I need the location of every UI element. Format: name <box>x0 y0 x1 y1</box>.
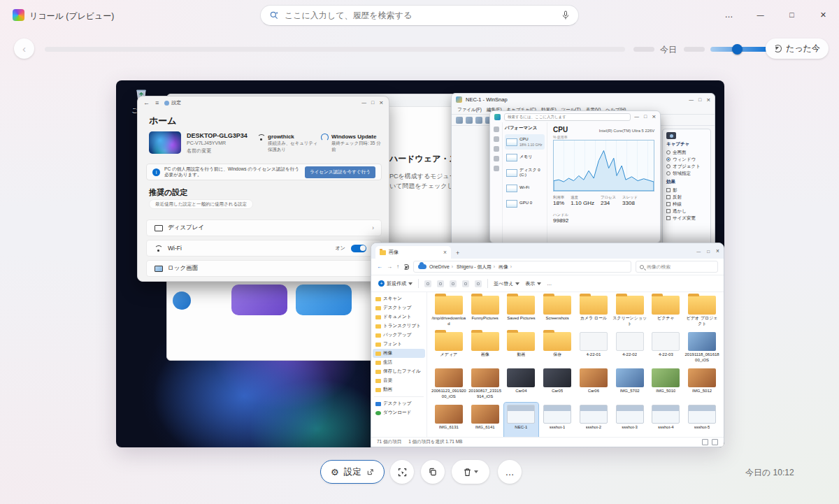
performance-icon[interactable] <box>494 136 499 142</box>
close-icon[interactable] <box>716 247 719 254</box>
more-icon[interactable] <box>547 281 552 286</box>
performance-entry[interactable]: ディスク 0 (C:) <box>505 165 545 180</box>
back-icon[interactable] <box>377 264 382 270</box>
network-status-block[interactable]: growthick 接続済み、セキュリティ保護あり <box>257 134 318 152</box>
effect-option[interactable]: 透かし <box>666 208 707 215</box>
users-icon[interactable] <box>494 166 499 171</box>
scan-tile-purple[interactable] <box>231 285 287 315</box>
nav-tree-item[interactable]: 音楽 <box>373 376 425 385</box>
close-tab-icon[interactable] <box>443 249 447 256</box>
more-options-button[interactable] <box>713 0 745 29</box>
close-icon[interactable] <box>706 96 710 103</box>
breadcrumb-segment[interactable]: Shigeru - 個人用 <box>457 264 497 271</box>
nav-tree-item[interactable]: 画像 <box>373 349 425 358</box>
explorer-search-box[interactable]: 画像の検索 <box>636 261 718 273</box>
settings-row[interactable]: ディスプレイ <box>146 219 382 236</box>
nav-tree-item[interactable]: ドキュメント <box>373 312 425 322</box>
file-item[interactable]: Screenshots <box>540 294 575 330</box>
startup-icon[interactable] <box>494 156 499 161</box>
file-item[interactable]: 4-22-03 <box>649 330 684 366</box>
nav-tree-item[interactable]: 動画 <box>373 385 425 394</box>
copy-button[interactable] <box>421 460 445 484</box>
rename-device-link[interactable]: 名前の変更 <box>187 147 211 154</box>
capture-option[interactable]: ウィンドウ <box>666 156 707 163</box>
toolbar-icon[interactable] <box>475 117 482 124</box>
file-item[interactable]: ビデオ プロジェクト <box>684 294 719 330</box>
new-button[interactable]: 新規作成 <box>378 280 413 287</box>
delete-icon[interactable] <box>475 280 482 287</box>
close-icon[interactable] <box>652 113 656 120</box>
file-item[interactable]: ssshot-2 <box>576 403 611 437</box>
minimize-icon[interactable] <box>696 249 701 254</box>
back-icon[interactable] <box>143 99 150 106</box>
file-item[interactable]: 20190817_23315914_iOS <box>468 366 503 403</box>
timeline-segment[interactable] <box>684 47 705 52</box>
capture-option[interactable]: オブジェクト <box>666 163 707 170</box>
file-item[interactable]: IMG_5010 <box>649 366 684 403</box>
file-item[interactable]: 4-22-01 <box>576 330 611 366</box>
capture-option[interactable]: 全画面 <box>666 149 707 156</box>
explorer-tab[interactable]: 画像 <box>375 246 451 259</box>
nav-tree-item[interactable]: ダウンロード <box>373 408 425 417</box>
file-item[interactable]: ssshot-1 <box>540 403 575 437</box>
nav-tree-item[interactable]: バックアップ <box>373 331 425 340</box>
nav-tree-item[interactable]: 保存したファイル <box>373 367 425 376</box>
nav-tree-item[interactable]: フォント <box>373 340 425 349</box>
menu-item[interactable]: ファイル(F) <box>457 107 482 113</box>
copy-icon[interactable] <box>437 280 444 287</box>
cut-icon[interactable] <box>424 280 431 287</box>
file-item[interactable]: ピクチャ <box>649 294 684 330</box>
processes-icon[interactable] <box>494 127 499 132</box>
up-icon[interactable] <box>396 264 399 270</box>
recall-settings-button[interactable]: ⚙ 設定 <box>320 460 385 484</box>
file-item[interactable]: FunnyPictures <box>468 294 503 330</box>
recall-snapshot[interactable]: ごみ箱 ハードウェア・スキャン PCを構成するモジュールについて問題をチェックし… <box>116 80 724 447</box>
maximize-button[interactable] <box>776 0 808 29</box>
file-item[interactable]: メディア <box>431 330 466 366</box>
file-item[interactable]: 20191118_06161800_iOS <box>684 330 719 366</box>
thumbnail-view-icon[interactable] <box>712 439 718 445</box>
file-item[interactable]: IMG_5702 <box>612 366 647 403</box>
nav-tree-item[interactable]: トランスクリプト <box>373 322 425 331</box>
sort-button[interactable]: 並べ替え <box>494 280 519 287</box>
effect-option[interactable]: 反射 <box>666 194 707 201</box>
maximize-icon[interactable] <box>698 97 701 103</box>
close-icon[interactable] <box>379 99 383 106</box>
file-item[interactable]: ssshot-4 <box>649 403 684 437</box>
capture-option[interactable]: 領域指定 <box>666 170 707 177</box>
scan-category-icon[interactable] <box>173 291 191 310</box>
file-item[interactable]: 画像 <box>468 330 503 366</box>
minimize-icon[interactable] <box>689 97 694 103</box>
file-item[interactable]: Car04 <box>504 366 539 403</box>
jump-to-now-button[interactable]: たった今 <box>766 38 829 59</box>
minimize-icon[interactable] <box>634 114 639 120</box>
nav-tree-item[interactable]: 生活 <box>373 358 425 367</box>
more-actions-button[interactable] <box>498 460 522 484</box>
minimize-icon[interactable] <box>361 100 366 106</box>
breadcrumb-segment[interactable]: 画像 <box>499 264 514 271</box>
file-item[interactable]: カメラ ロール <box>576 294 611 330</box>
task-manager-window[interactable]: パフォーマンス CPU 18% 1.10 GHz <box>489 110 661 243</box>
refresh-icon[interactable] <box>403 264 409 270</box>
file-item[interactable]: /tmp/drivedownload <box>431 294 466 330</box>
file-item[interactable]: Car06 <box>576 366 611 403</box>
file-item[interactable]: 4-22-02 <box>612 330 647 366</box>
file-item[interactable]: IMG_5012 <box>684 366 719 403</box>
search-input[interactable] <box>285 10 556 20</box>
settings-row[interactable]: Wi-Fi オン <box>146 240 382 257</box>
nav-tree-item[interactable]: デスクトップ <box>373 399 425 408</box>
nav-tree-item[interactable]: デスクトップ <box>373 303 425 312</box>
performance-entry[interactable]: メモリ <box>505 150 545 165</box>
timeline-segment[interactable] <box>633 47 654 52</box>
close-button[interactable] <box>808 0 839 29</box>
maximize-icon[interactable] <box>644 114 647 120</box>
new-tab-button[interactable] <box>456 250 459 259</box>
history-icon[interactable] <box>494 146 499 152</box>
scan-tile-blue[interactable] <box>296 285 352 315</box>
effect-option[interactable]: 影 <box>666 187 707 194</box>
snip-select-button[interactable] <box>390 460 414 484</box>
maximize-icon[interactable] <box>707 249 710 254</box>
delete-button[interactable] <box>452 460 489 484</box>
performance-entry[interactable]: GPU 0 <box>505 196 545 211</box>
hamburger-menu-icon[interactable] <box>155 99 159 106</box>
